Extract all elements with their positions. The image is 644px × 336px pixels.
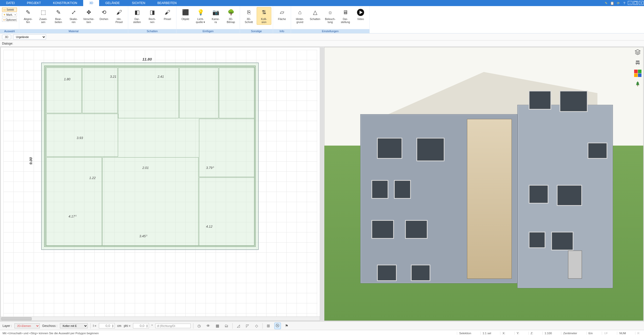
- status-scale: 1:100: [542, 332, 554, 335]
- options-button[interactable]: +Optionen: [2, 18, 17, 22]
- close-icon[interactable]: ×: [639, 1, 643, 5]
- stack-icon[interactable]: 🗂: [223, 323, 230, 329]
- ribbon-selection-group: ▭Selekt ✶Mark.▾ +Optionen Auswahl: [0, 6, 19, 33]
- minimize-icon[interactable]: –: [628, 1, 632, 5]
- grid-icon[interactable]: ⊞: [265, 323, 272, 329]
- lighting-icon-button[interactable]: ☼Beleuch-tung: [323, 7, 338, 25]
- tab-sichten[interactable]: SICHTEN: [126, 0, 151, 6]
- clipboard-icon[interactable]: 📋: [610, 1, 615, 6]
- ribbon-btn-label: Bear-beiten: [55, 17, 62, 24]
- tree-icon-button[interactable]: 🌳3D-Bitmap: [224, 7, 238, 25]
- tab-konstruktion[interactable]: KONSTRUKTION: [47, 0, 83, 6]
- background-icon-button[interactable]: ⌂Hinter-grund: [293, 7, 307, 25]
- flag-icon[interactable]: ⚑: [283, 323, 290, 329]
- plan-outline: [41, 63, 259, 250]
- object-icon: ⬛: [181, 8, 189, 16]
- section-icon-button[interactable]: ⎘3D-Schnitt: [241, 7, 256, 25]
- scale-icon-button[interactable]: ⤢Skalie-ren: [66, 7, 81, 25]
- l-unit: cm: [117, 324, 121, 328]
- main-menubar: DATEI PROJEKT KONSTRUKTION 3D GELÄNDE SI…: [0, 0, 644, 6]
- calc-icon-button[interactable]: ◨Rech-nen: [145, 7, 160, 25]
- tree-icon[interactable]: [634, 80, 641, 87]
- status-unit: Zentimeter: [561, 332, 579, 335]
- ribbon-btn-label: Licht-quelle ▾: [196, 17, 205, 24]
- camera-icon-button[interactable]: 📷Kame-ra: [208, 7, 223, 25]
- horizontal-scrollbar[interactable]: [1, 317, 320, 321]
- layers-icon[interactable]: [634, 48, 641, 55]
- mode-pill[interactable]: 3D: [2, 35, 11, 39]
- area-icon-button[interactable]: ▱Fläche: [275, 7, 289, 22]
- tab-datei[interactable]: DATEI: [0, 0, 21, 6]
- color-swatches[interactable]: [634, 70, 641, 77]
- dim: 3.21: [110, 75, 116, 78]
- refresh-icon[interactable]: ⟳: [616, 1, 621, 6]
- lower-toolbar: Layer : 2D-Elemen Geschoss : Keller mit …: [0, 321, 644, 330]
- clock-icon[interactable]: ◷: [196, 323, 203, 329]
- rotate-icon-button[interactable]: ⟲Drehen: [97, 7, 111, 22]
- tree-icon: 🌳: [227, 8, 235, 16]
- layer-select[interactable]: 2D-Elemen: [14, 323, 40, 328]
- eyedropper-icon-button[interactable]: ✎Abgrei-fen: [21, 7, 35, 25]
- display-icon: 🖥: [341, 8, 349, 16]
- dl-input[interactable]: [155, 324, 191, 328]
- ribbon-btn-label: Hinter-grund: [296, 17, 304, 24]
- eye-icon[interactable]: 👁: [205, 323, 212, 329]
- 2d-floorplan-pane[interactable]: 11.80 9.00 1.80 3.21 2.41 3.93 2.01 3.79…: [1, 47, 320, 321]
- shadow-icon: △: [311, 8, 319, 16]
- tab-projekt[interactable]: PROJEKT: [21, 0, 47, 6]
- shadow-icon-button[interactable]: △Schatten: [308, 7, 322, 22]
- brush2-icon-button[interactable]: 🖌Pinsel: [160, 7, 175, 22]
- status-ein: Ein: [586, 332, 595, 335]
- angle2-icon[interactable]: ◸: [244, 323, 251, 329]
- ribbon-btn-label: Schatten: [310, 17, 320, 21]
- help-icon[interactable]: ?: [622, 1, 627, 6]
- diamond-icon[interactable]: ◇: [253, 323, 260, 329]
- right-palette: [633, 48, 642, 87]
- brush-icon: 🖌: [115, 8, 123, 16]
- ribbon-btn-label: Hin.Pinsel: [116, 17, 123, 24]
- dialoge-label: Dialoge:: [2, 42, 13, 45]
- display-icon-button[interactable]: 🖥Dar-stellung: [338, 7, 353, 25]
- assign-icon-button[interactable]: ⬚Zuwei-sen: [36, 7, 51, 25]
- ribbon-btn-label: Dar-stellung: [341, 17, 350, 24]
- play-icon-button[interactable]: Video: [353, 7, 368, 22]
- cube-icon-button[interactable]: ◧Dar-stellen: [130, 7, 144, 25]
- angle1-icon[interactable]: ◿: [235, 323, 242, 329]
- tab-gelaende[interactable]: GELÄNDE: [99, 0, 126, 6]
- ribbon-btn-label: Drehen: [100, 17, 108, 21]
- wrench-icon[interactable]: ✎: [604, 1, 609, 6]
- object-icon-button[interactable]: ⬛Objekt: [178, 7, 193, 22]
- edit-icon-button[interactable]: ✎Bear-beiten: [51, 7, 66, 25]
- terrain-select[interactable]: Urgelände: [13, 34, 46, 39]
- geschoss-select[interactable]: Keller mit E: [60, 323, 88, 328]
- background-icon: ⌂: [296, 8, 304, 16]
- mark-button[interactable]: ✶Mark.▾: [2, 13, 17, 17]
- ribbon: ▭Selekt ✶Mark.▾ +Optionen Auswahl ✎Abgre…: [0, 6, 644, 33]
- length-spinner[interactable]: ▲▼: [99, 323, 115, 328]
- angle-spinner[interactable]: ▲▼: [133, 323, 149, 328]
- collision-icon: ⇅: [260, 8, 268, 16]
- pane-splitter[interactable]: [321, 47, 324, 321]
- collision-icon-button[interactable]: ⇅Kolli-sion: [257, 7, 271, 25]
- chair-icon[interactable]: [634, 59, 641, 66]
- tab-bearbeiten[interactable]: BEARBEITEN: [151, 0, 183, 6]
- scrollbar-thumb[interactable]: [1, 317, 32, 320]
- bulb-icon: 💡: [196, 8, 205, 16]
- status-hint: Mit <Umschalt> und <Strg> können Sie die…: [3, 332, 99, 335]
- ribbon-btn-label: Skalie-ren: [70, 17, 78, 24]
- select-button[interactable]: ▭Selekt: [2, 8, 17, 12]
- 3d-view-pane[interactable]: [324, 47, 644, 321]
- move-icon-button[interactable]: ✥Verschie-ben: [81, 7, 96, 25]
- box-layers-icon[interactable]: ▦: [214, 323, 221, 329]
- restore-icon[interactable]: ❐: [633, 1, 638, 5]
- dim: 3.93: [77, 136, 83, 140]
- dim: 1.80: [64, 77, 70, 81]
- north-icon[interactable]: Ⓝ: [274, 323, 281, 329]
- bulb-icon-button[interactable]: 💡Licht-quelle ▾: [193, 7, 208, 25]
- geschoss-label: Geschoss :: [42, 324, 57, 328]
- dim: 3.79⁵: [206, 166, 214, 170]
- status-selektion: Selektion: [457, 332, 473, 335]
- dim: 2.01: [142, 166, 149, 170]
- tab-3d[interactable]: 3D: [83, 0, 99, 6]
- brush-icon-button[interactable]: 🖌Hin.Pinsel: [112, 7, 126, 25]
